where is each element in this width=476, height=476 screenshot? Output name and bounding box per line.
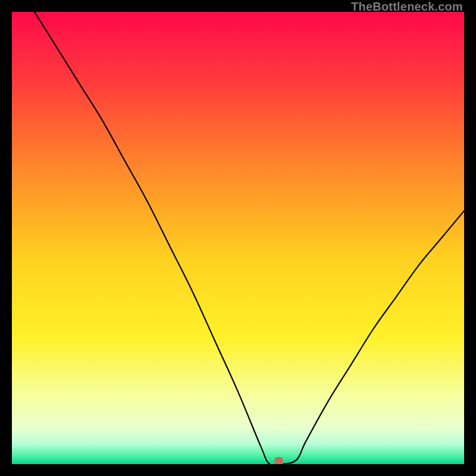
gradient-background [12, 12, 464, 464]
plot-area [12, 12, 464, 464]
minimum-marker [274, 457, 283, 464]
chart-frame: TheBottleneck.com [0, 0, 476, 476]
bottleneck-chart [12, 12, 464, 464]
